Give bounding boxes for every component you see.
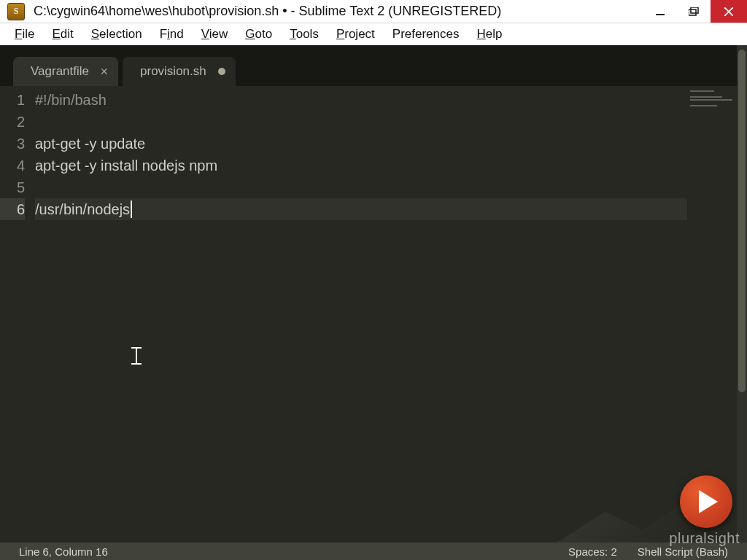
window-titlebar: S C:\cygwin64\home\wes\hubot\provision.s… — [0, 0, 747, 23]
menu-find[interactable]: Find — [152, 25, 191, 44]
play-button[interactable] — [680, 475, 732, 528]
menu-file[interactable]: File — [7, 25, 42, 44]
statusbar: Line 6, Column 16 Spaces: 2 Shell Script… — [0, 542, 747, 560]
play-icon — [699, 490, 718, 513]
menu-project[interactable]: Project — [329, 25, 382, 44]
window-title: C:\cygwin64\home\wes\hubot\provision.sh … — [31, 4, 643, 19]
svg-rect-0 — [656, 14, 665, 15]
line-number: 3 — [0, 133, 25, 155]
tab-label: provision.sh — [140, 64, 206, 79]
line-number: 6 — [0, 198, 25, 220]
code-line: /usr/bin/nodejs — [35, 201, 130, 217]
dirty-indicator-icon — [218, 68, 225, 75]
svg-rect-1 — [689, 9, 696, 15]
menu-tools[interactable]: Tools — [282, 25, 326, 44]
line-number: 4 — [0, 155, 25, 176]
tab-bar: Vagrantfile × provision.sh — [0, 45, 747, 86]
code-line: apt-get -y update — [35, 133, 687, 155]
close-button[interactable] — [711, 0, 747, 23]
svg-rect-2 — [691, 7, 698, 13]
status-syntax[interactable]: Shell Script (Bash) — [627, 545, 738, 558]
menu-goto[interactable]: Goto — [238, 25, 279, 44]
menu-selection[interactable]: Selection — [84, 25, 150, 44]
code-area: 1 2 3 4 5 6 #!/bin/bash apt-get -y updat… — [0, 86, 747, 542]
code-line: apt-get -y install nodejs npm — [35, 155, 687, 176]
code-text[interactable]: #!/bin/bash apt-get -y update apt-get -y… — [35, 86, 687, 542]
menu-preferences[interactable]: Preferences — [385, 25, 467, 44]
vertical-scrollbar[interactable] — [737, 45, 747, 542]
line-number: 2 — [0, 111, 25, 133]
scrollbar-thumb[interactable] — [738, 50, 746, 392]
line-number: 5 — [0, 176, 25, 198]
code-line — [35, 176, 687, 198]
window-controls — [643, 0, 747, 23]
line-number: 1 — [0, 89, 25, 111]
tab-provision-sh[interactable]: provision.sh — [123, 57, 236, 86]
menu-help[interactable]: Help — [469, 25, 509, 44]
menu-edit[interactable]: Edit — [44, 25, 80, 44]
maximize-button[interactable] — [677, 0, 711, 23]
close-icon[interactable]: × — [101, 64, 109, 79]
app-icon: S — [7, 3, 25, 20]
tab-label: Vagrantfile — [31, 64, 89, 79]
minimize-button[interactable] — [643, 0, 677, 23]
editor: Vagrantfile × provision.sh 1 2 3 4 5 6 #… — [0, 45, 747, 542]
status-line-col[interactable]: Line 6, Column 16 — [9, 545, 118, 558]
code-line: #!/bin/bash — [35, 92, 107, 108]
menubar: File Edit Selection Find View Goto Tools… — [0, 23, 747, 45]
status-spaces[interactable]: Spaces: 2 — [558, 545, 627, 558]
menu-view[interactable]: View — [194, 25, 236, 44]
line-number-gutter: 1 2 3 4 5 6 — [0, 86, 35, 542]
tab-vagrantfile[interactable]: Vagrantfile × — [13, 57, 118, 86]
text-cursor — [131, 201, 132, 218]
code-line — [35, 111, 687, 133]
